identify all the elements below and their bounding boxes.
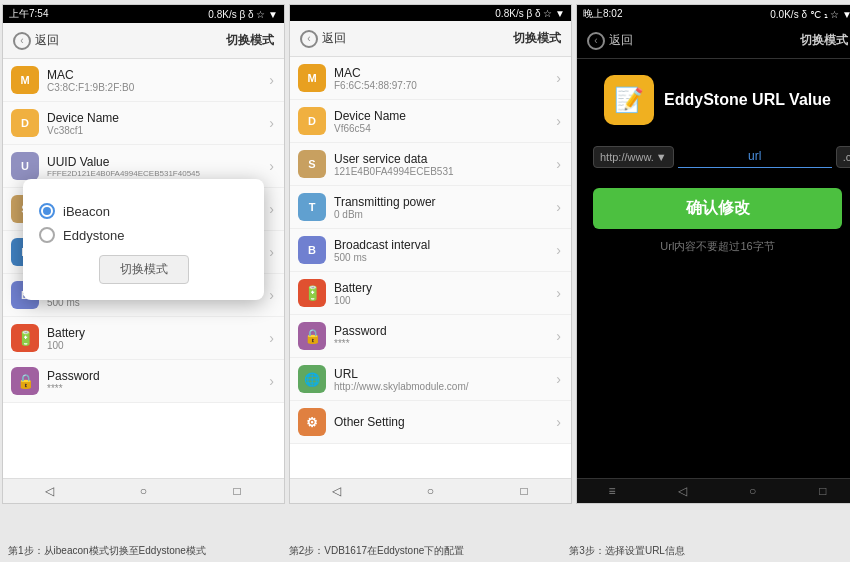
list-item-device-1[interactable]: D Device Name Vc38cf1 ›: [3, 102, 284, 145]
eddystone-icon: 📝: [604, 75, 654, 125]
url-hint: Url内容不要超过16字节: [660, 239, 774, 254]
instruction-1: 第1步：从ibeacon模式切换至Eddystone模式: [4, 544, 285, 558]
recents-nav-2[interactable]: □: [514, 483, 534, 499]
list-item-url-2[interactable]: 🌐 URL http://www.skylabmodule.com/ ›: [290, 358, 571, 401]
uuid-icon-1: U: [11, 152, 39, 180]
battery-icon-2: 🔋: [298, 279, 326, 307]
nav-bar-3: ‹ 返回 切换模式: [577, 23, 850, 59]
list-container-2: M MAC F6:6C:54:88:97:70 › D Device Name …: [290, 57, 571, 478]
list-item-tx-2[interactable]: T Transmitting power 0 dBm ›: [290, 186, 571, 229]
home-nav-1[interactable]: ○: [133, 483, 153, 499]
network-icons-2: 0.8K/s β δ ☆ ▼: [495, 8, 565, 19]
list-item-other-2[interactable]: ⚙ Other Setting ›: [290, 401, 571, 444]
ibeacon-radio[interactable]: [39, 203, 55, 219]
phone-screen-2: 0.8K/s β δ ☆ ▼ ‹ 返回 切换模式 M MAC F6:6C:54:…: [289, 4, 572, 504]
confirm-button[interactable]: 确认修改: [593, 188, 842, 229]
back-nav-1[interactable]: ◁: [40, 483, 60, 499]
back-nav-3[interactable]: ◁: [672, 483, 692, 499]
other-icon-2: ⚙: [298, 408, 326, 436]
recents-nav-1[interactable]: □: [227, 483, 247, 499]
network-icons-3: 0.0K/s δ ℃ ₁ ☆ ▼: [770, 9, 850, 20]
phone-screen-1: 上午7:54 0.8K/s β δ ☆ ▼ ‹ 返回 切换模式 M MAC C3…: [2, 4, 285, 504]
tx-icon-2: T: [298, 193, 326, 221]
home-nav-3[interactable]: ○: [743, 483, 763, 499]
mac-icon-1: M: [11, 66, 39, 94]
device-icon-1: D: [11, 109, 39, 137]
password-icon-1: 🔒: [11, 367, 39, 395]
time-1: 上午7:54: [9, 7, 48, 21]
list-item-password-1[interactable]: 🔒 Password **** ›: [3, 360, 284, 403]
instructions-row: 第1步：从ibeacon模式切换至Eddystone模式 第2步：VDB1617…: [0, 538, 850, 562]
back-nav-2[interactable]: ◁: [327, 483, 347, 499]
status-bar-1: 上午7:54 0.8K/s β δ ☆ ▼: [3, 5, 284, 23]
time-3: 晚上8:02: [583, 7, 622, 21]
recents-nav-3[interactable]: □: [813, 483, 833, 499]
list-item-battery-1[interactable]: 🔋 Battery 100 ›: [3, 317, 284, 360]
instruction-2: 第2步：VDB1617在Eddystone下的配置: [285, 544, 566, 558]
android-nav-2: ◁ ○ □: [290, 478, 571, 503]
home-nav-2[interactable]: ○: [420, 483, 440, 499]
phone-screen-3: 晚上8:02 0.0K/s δ ℃ ₁ ☆ ▼ ‹ 返回 切换模式 📝 Eddy…: [576, 4, 850, 504]
back-circle-3: ‹: [587, 32, 605, 50]
list-item-mac-2[interactable]: M MAC F6:6C:54:88:97:70 ›: [290, 57, 571, 100]
battery-icon-1: 🔋: [11, 324, 39, 352]
list-item-password-2[interactable]: 🔒 Password **** ›: [290, 315, 571, 358]
android-nav-1: ◁ ○ □: [3, 478, 284, 503]
url-prefix-selector[interactable]: http://www. ▼: [593, 146, 674, 168]
password-icon-2: 🔒: [298, 322, 326, 350]
user-icon-2: S: [298, 150, 326, 178]
url-icon-2: 🌐: [298, 365, 326, 393]
instruction-3: 第3步：选择设置URL信息: [565, 544, 846, 558]
ibeacon-option[interactable]: iBeacon: [39, 203, 248, 219]
url-suffix-selector[interactable]: .com/ ▼: [836, 146, 850, 168]
list-item-mac-1[interactable]: M MAC C3:8C:F1:9B:2F:B0 ›: [3, 59, 284, 102]
android-nav-3: ≡ ◁ ○ □: [577, 478, 850, 503]
list-item-user-2[interactable]: S User service data 121E4B0FA4994ECEB531…: [290, 143, 571, 186]
list-item-device-2[interactable]: D Device Name Vf66c54 ›: [290, 100, 571, 143]
device-icon-2: D: [298, 107, 326, 135]
url-input-field[interactable]: [678, 145, 832, 168]
list-item-broadcast-2[interactable]: B Broadcast interval 500 ms ›: [290, 229, 571, 272]
nav-bar-1: ‹ 返回 切换模式: [3, 23, 284, 59]
nav-bar-2: ‹ 返回 切换模式: [290, 21, 571, 57]
eddystone-radio[interactable]: [39, 227, 55, 243]
nav-title-1: 切换模式: [226, 32, 274, 49]
switch-mode-button[interactable]: 切换模式: [99, 255, 189, 284]
nav-title-3: 切换模式: [800, 32, 848, 49]
back-circle-2: ‹: [300, 30, 318, 48]
back-button-2[interactable]: ‹ 返回: [300, 30, 346, 48]
eddystone-option[interactable]: Eddystone: [39, 227, 248, 243]
status-bar-3: 晚上8:02 0.0K/s δ ℃ ₁ ☆ ▼: [577, 5, 850, 23]
back-button-3[interactable]: ‹ 返回: [587, 32, 633, 50]
url-input-row: http://www. ▼ .com/ ▼: [593, 145, 842, 168]
screen3-title-row: 📝 EddyStone URL Value: [604, 75, 831, 125]
mac-icon-2: M: [298, 64, 326, 92]
back-button-1[interactable]: ‹ 返回: [13, 32, 59, 50]
list-container-1: M MAC C3:8C:F1:9B:2F:B0 › D Device Name …: [3, 59, 284, 478]
status-bar-2: 0.8K/s β δ ☆ ▼: [290, 5, 571, 21]
screen3-body: 📝 EddyStone URL Value http://www. ▼ .com…: [577, 59, 850, 478]
back-circle-1: ‹: [13, 32, 31, 50]
nav-title-2: 切换模式: [513, 30, 561, 47]
network-icons-1: 0.8K/s β δ ☆ ▼: [208, 9, 278, 20]
list-item-battery-2[interactable]: 🔋 Battery 100 ›: [290, 272, 571, 315]
broadcast-icon-2: B: [298, 236, 326, 264]
mode-dialog: iBeacon Eddystone 切换模式: [23, 179, 264, 300]
menu-nav-3[interactable]: ≡: [602, 483, 622, 499]
